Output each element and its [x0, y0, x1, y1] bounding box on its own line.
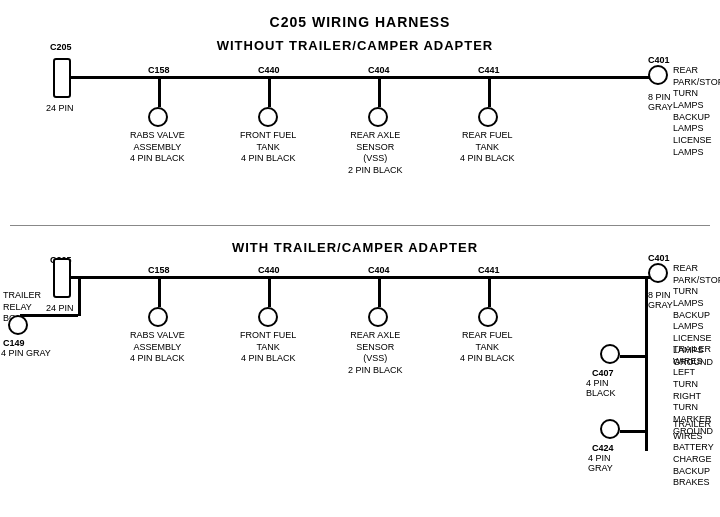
section2-c424-id: C424 — [592, 443, 614, 453]
section1-main-line — [70, 76, 650, 79]
section2-c424-desc: TRAILER WIRESBATTERY CHARGEBACKUPBRAKES — [673, 419, 720, 489]
section2-c440-vline — [268, 277, 271, 307]
section1-c441-circle — [478, 107, 498, 127]
diagram: C205 WIRING HARNESS WITHOUT TRAILER/CAMP… — [0, 0, 720, 500]
section1-c404-circle — [368, 107, 388, 127]
section2-c404-vline — [378, 277, 381, 307]
section2-c441-circle — [478, 307, 498, 327]
section1-c158-id: C158 — [148, 65, 170, 75]
section2-c401-circle — [648, 263, 668, 283]
section2-c158-label: RABS VALVEASSEMBLY4 PIN BLACK — [130, 330, 185, 365]
section1-c441-vline — [488, 77, 491, 107]
section1-c401-desc: REAR PARK/STOPTURN LAMPSBACKUP LAMPSLICE… — [673, 65, 720, 159]
section1-c401-pin: 8 PINGRAY — [648, 92, 673, 112]
section2-c441-label: REAR FUELTANK4 PIN BLACK — [460, 330, 515, 365]
section1-c404-vline — [378, 77, 381, 107]
section1-c441-label: REAR FUELTANK4 PIN BLACK — [460, 130, 515, 165]
section2-c441-vline — [488, 277, 491, 307]
section1-label: WITHOUT TRAILER/CAMPER ADAPTER — [155, 38, 555, 53]
section2-right-branch-vline — [645, 276, 648, 451]
section2-c440-circle — [258, 307, 278, 327]
section2-c158-circle — [148, 307, 168, 327]
section2-relay-vline — [78, 276, 81, 316]
section1-c404-id: C404 — [368, 65, 390, 75]
section2-label: WITH TRAILER/CAMPER ADAPTER — [155, 240, 555, 255]
section1-c401-id: C401 — [648, 55, 670, 65]
section2-c424-hline — [620, 430, 646, 433]
section1-c440-vline — [268, 77, 271, 107]
section1-c441-id: C441 — [478, 65, 500, 75]
section1-c158-circle — [148, 107, 168, 127]
section2-main-line — [70, 276, 650, 279]
section1-c440-id: C440 — [258, 65, 280, 75]
section2-c149-id: C149 — [3, 338, 25, 348]
page-title: C205 WIRING HARNESS — [0, 6, 720, 30]
section2-c404-label: REAR AXLESENSOR(VSS)2 PIN BLACK — [348, 330, 403, 377]
section2-c440-id: C440 — [258, 265, 280, 275]
section2-c441-id: C441 — [478, 265, 500, 275]
section-divider — [10, 225, 710, 226]
section1-c404-label: REAR AXLESENSOR(VSS)2 PIN BLACK — [348, 130, 403, 177]
section1-c440-circle — [258, 107, 278, 127]
section2-c205-rect — [53, 258, 71, 298]
section1-c205-rect — [53, 58, 71, 98]
section2-c407-pin: 4 PINBLACK — [586, 378, 616, 398]
section2-c407-circle — [600, 344, 620, 364]
section2-c158-id: C158 — [148, 265, 170, 275]
section2-c158-vline — [158, 277, 161, 307]
section2-c407-id: C407 — [592, 368, 614, 378]
section2-c149-pin: 4 PIN GRAY — [1, 348, 51, 358]
section2-c407-hline — [620, 355, 646, 358]
section1-c401-circle — [648, 65, 668, 85]
section2-c440-label: FRONT FUELTANK4 PIN BLACK — [240, 330, 296, 365]
section1-c205-pin: 24 PIN — [46, 103, 74, 113]
section2-c424-pin: 4 PINGRAY — [588, 453, 613, 473]
section2-c149-circle — [8, 315, 28, 335]
section1-c158-vline — [158, 77, 161, 107]
section2-c401-id: C401 — [648, 253, 670, 263]
section2-c205-pin: 24 PIN — [46, 303, 74, 313]
section1-c440-label: FRONT FUELTANK4 PIN BLACK — [240, 130, 296, 165]
section2-c401-pin: 8 PINGRAY — [648, 290, 673, 310]
section1-c158-label: RABS VALVEASSEMBLY4 PIN BLACK — [130, 130, 185, 165]
section2-c404-id: C404 — [368, 265, 390, 275]
section2-c404-circle — [368, 307, 388, 327]
section2-c424-circle — [600, 419, 620, 439]
